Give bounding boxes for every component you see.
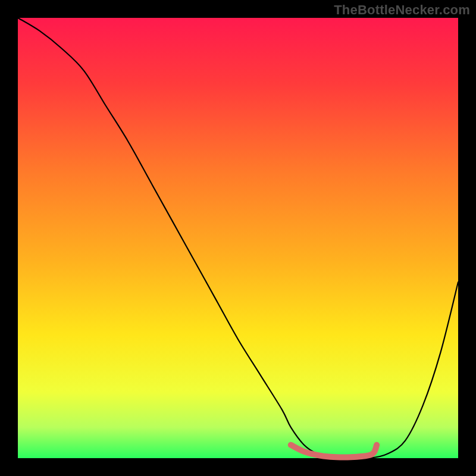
bottleneck-chart	[0, 0, 476, 476]
chart-stage: TheBottleNecker.com	[0, 0, 476, 476]
watermark-text: TheBottleNecker.com	[334, 2, 470, 18]
plot-background	[18, 18, 458, 458]
